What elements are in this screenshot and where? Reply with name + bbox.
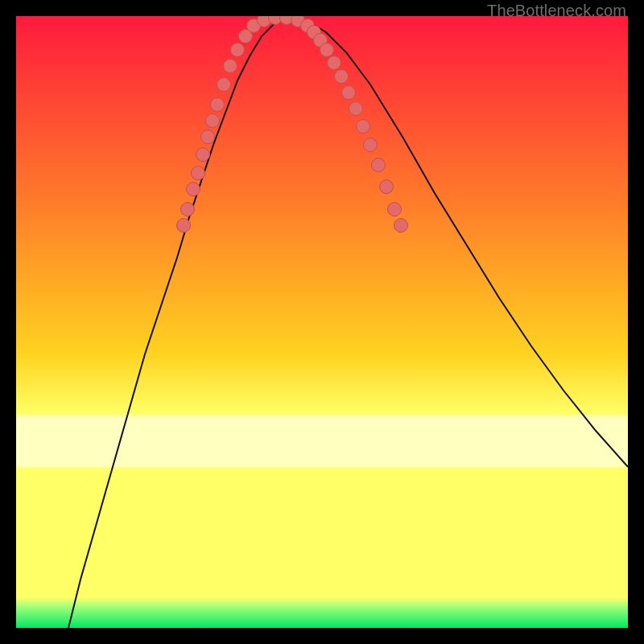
highlight-marker	[217, 78, 231, 92]
highlight-marker	[177, 219, 191, 233]
highlight-marker	[192, 167, 205, 180]
bottleneck-chart	[16, 16, 628, 628]
highlight-marker	[335, 70, 349, 84]
chart-frame	[16, 16, 628, 628]
highlight-marker	[342, 86, 356, 100]
highlight-marker	[187, 183, 200, 196]
highlight-marker	[211, 98, 225, 112]
gradient-background	[16, 16, 628, 628]
highlight-marker	[357, 120, 370, 134]
highlight-marker	[364, 138, 378, 152]
highlight-marker	[394, 219, 408, 233]
highlight-marker	[231, 43, 245, 57]
highlight-marker	[328, 56, 341, 70]
highlight-marker	[206, 114, 220, 128]
highlight-marker	[224, 60, 237, 73]
highlight-marker	[196, 148, 210, 162]
highlight-marker	[201, 130, 215, 144]
highlight-marker	[388, 203, 402, 217]
highlight-marker	[380, 180, 394, 194]
highlight-marker	[349, 102, 363, 116]
highlight-marker	[181, 203, 195, 217]
highlight-marker	[320, 43, 334, 57]
highlight-marker	[372, 159, 386, 172]
